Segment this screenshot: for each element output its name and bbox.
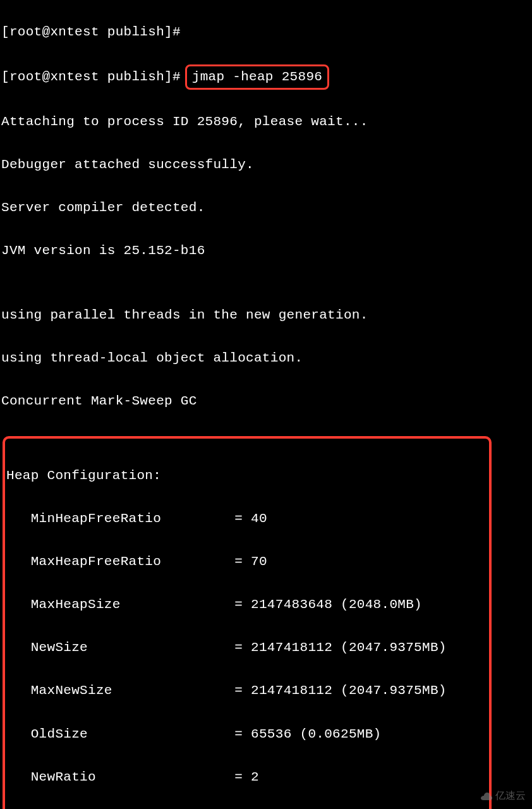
heap-config-title: Heap Configuration: [5,465,489,487]
heap-config-row: MinHeapFreeRatio = 40 [5,508,489,530]
output-line: using parallel threads in the new genera… [0,305,532,326]
heap-configuration-box: Heap Configuration: MinHeapFreeRatio = 4… [3,436,492,809]
heap-config-row: NewRatio = 2 [5,767,489,788]
heap-config-row: MaxHeapFreeRatio = 70 [5,551,489,573]
prompt-text: [root@xntest publish]# [1,70,189,84]
heap-config-row: MaxHeapSize = 2147483648 (2048.0MB) [5,594,489,616]
cloud-icon [480,792,493,801]
output-line: Debugger attached successfully. [0,154,532,176]
prompt-line-1: [root@xntest publish]# [0,21,532,43]
command-highlight: jmap -heap 25896 [185,64,329,90]
output-line: Server compiler detected. [0,197,532,219]
heap-config-row: NewSize = 2147418112 (2047.9375MB) [5,637,489,659]
prompt-line-2: [root@xntest publish]# jmap -heap 25896 [0,64,532,90]
output-line: using thread-local object allocation. [0,348,532,369]
heap-config-row: MaxNewSize = 2147418112 (2047.9375MB) [5,680,489,702]
terminal-output[interactable]: [root@xntest publish]# [root@xntest publ… [0,0,532,809]
output-line: Attaching to process ID 25896, please wa… [0,111,532,133]
output-line: Concurrent Mark-Sweep GC [0,391,532,412]
watermark: 亿速云 [480,788,526,804]
watermark-text: 亿速云 [495,790,526,801]
output-line: JVM version is 25.152-b16 [0,240,532,262]
heap-config-row: OldSize = 65536 (0.0625MB) [5,724,489,745]
